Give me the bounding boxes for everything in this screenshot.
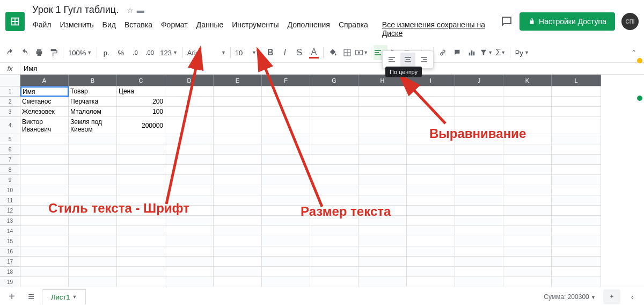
merge-cells-icon[interactable]: ▼	[355, 45, 369, 60]
cell[interactable]	[165, 134, 214, 144]
cell[interactable]	[552, 195, 601, 206]
cell[interactable]	[455, 144, 503, 155]
cell[interactable]	[20, 226, 69, 236]
cell[interactable]	[503, 257, 552, 267]
cell[interactable]: Имя	[20, 86, 69, 97]
cell[interactable]	[358, 277, 407, 287]
cell[interactable]	[407, 236, 455, 246]
cell[interactable]	[503, 175, 552, 185]
cell[interactable]: Мталолом	[69, 107, 117, 117]
cell[interactable]	[165, 267, 214, 277]
cell[interactable]: Перчатка	[69, 97, 117, 107]
cell[interactable]	[214, 175, 262, 185]
cell[interactable]	[20, 257, 69, 267]
sheets-logo-icon[interactable]	[5, 12, 25, 31]
text-color-icon[interactable]: A	[307, 45, 321, 60]
filter-icon[interactable]: ▼	[479, 45, 493, 60]
cell[interactable]	[262, 236, 310, 246]
cell[interactable]	[69, 216, 117, 226]
cell[interactable]	[117, 257, 165, 267]
cell[interactable]	[214, 134, 262, 144]
cell[interactable]	[407, 107, 455, 117]
cell[interactable]	[455, 267, 503, 277]
cell[interactable]	[20, 144, 69, 155]
col-header[interactable]: B	[69, 75, 117, 86]
cell[interactable]	[407, 175, 455, 185]
cell[interactable]	[214, 165, 262, 175]
cell[interactable]	[262, 86, 310, 97]
cell[interactable]	[407, 97, 455, 107]
cell[interactable]	[310, 236, 358, 246]
row-header[interactable]: 15	[0, 236, 20, 246]
cell[interactable]	[165, 185, 214, 195]
formula-input[interactable]	[20, 63, 644, 74]
cell[interactable]: Цена	[117, 86, 165, 97]
cell[interactable]	[214, 155, 262, 165]
cell[interactable]	[358, 175, 407, 185]
cell[interactable]: Сметанос	[20, 97, 69, 107]
col-header[interactable]: J	[455, 75, 503, 86]
cell[interactable]	[69, 144, 117, 155]
cell[interactable]	[117, 216, 165, 226]
cell[interactable]	[503, 185, 552, 195]
sheet-tab[interactable]: Лист1▼	[42, 289, 86, 304]
add-sheet-icon[interactable]: +	[3, 289, 20, 304]
font-size-select[interactable]: 10▼	[233, 49, 259, 57]
cell[interactable]	[262, 226, 310, 236]
cell[interactable]	[262, 97, 310, 107]
avatar[interactable]: СПІ	[621, 13, 639, 30]
cell[interactable]	[552, 236, 601, 246]
cell[interactable]	[117, 155, 165, 165]
cell[interactable]	[455, 97, 503, 107]
cell[interactable]	[310, 107, 358, 117]
menu-tools[interactable]: Инструменты	[228, 18, 282, 40]
row-header[interactable]: 7	[0, 155, 20, 165]
cell[interactable]	[20, 134, 69, 144]
cell[interactable]	[165, 117, 214, 134]
cell[interactable]	[69, 175, 117, 185]
italic-icon[interactable]: I	[278, 45, 292, 60]
cell[interactable]	[552, 206, 601, 216]
bold-icon[interactable]: B	[264, 45, 277, 60]
cell[interactable]	[69, 134, 117, 144]
cell[interactable]	[552, 277, 601, 287]
cell[interactable]	[165, 226, 214, 236]
align-center-icon[interactable]	[400, 53, 415, 67]
cell[interactable]	[407, 206, 455, 216]
row-header[interactable]: 10	[0, 185, 20, 195]
cell[interactable]	[310, 185, 358, 195]
print-icon[interactable]	[32, 45, 46, 60]
cell[interactable]	[20, 165, 69, 175]
row-header[interactable]: 9	[0, 175, 20, 185]
cell[interactable]	[455, 236, 503, 246]
cell[interactable]	[214, 117, 262, 134]
cell[interactable]	[503, 86, 552, 97]
cell[interactable]	[117, 277, 165, 287]
cell[interactable]	[552, 246, 601, 257]
cell[interactable]	[310, 175, 358, 185]
cell[interactable]	[310, 134, 358, 144]
cell[interactable]	[214, 86, 262, 97]
cell[interactable]	[407, 155, 455, 165]
cell[interactable]	[262, 165, 310, 175]
cell[interactable]	[165, 216, 214, 226]
cell[interactable]	[503, 107, 552, 117]
col-header[interactable]: L	[552, 75, 601, 86]
cell[interactable]	[20, 185, 69, 195]
cell[interactable]	[503, 97, 552, 107]
cell[interactable]	[20, 246, 69, 257]
insert-comment-icon[interactable]	[450, 45, 464, 60]
star-icon[interactable]: ☆	[127, 6, 134, 14]
document-title[interactable]: Урок 1 Гугл таблиц.	[29, 3, 122, 17]
cell[interactable]	[262, 257, 310, 267]
increase-decimal-icon[interactable]: .00	[143, 45, 157, 60]
row-header[interactable]: 16	[0, 246, 20, 257]
cell[interactable]	[165, 86, 214, 97]
col-header[interactable]: D	[165, 75, 214, 86]
cell[interactable]	[552, 107, 601, 117]
cell[interactable]	[20, 236, 69, 246]
cell[interactable]	[358, 226, 407, 236]
cell[interactable]	[358, 165, 407, 175]
cell[interactable]	[214, 277, 262, 287]
paint-format-icon[interactable]	[47, 45, 61, 60]
